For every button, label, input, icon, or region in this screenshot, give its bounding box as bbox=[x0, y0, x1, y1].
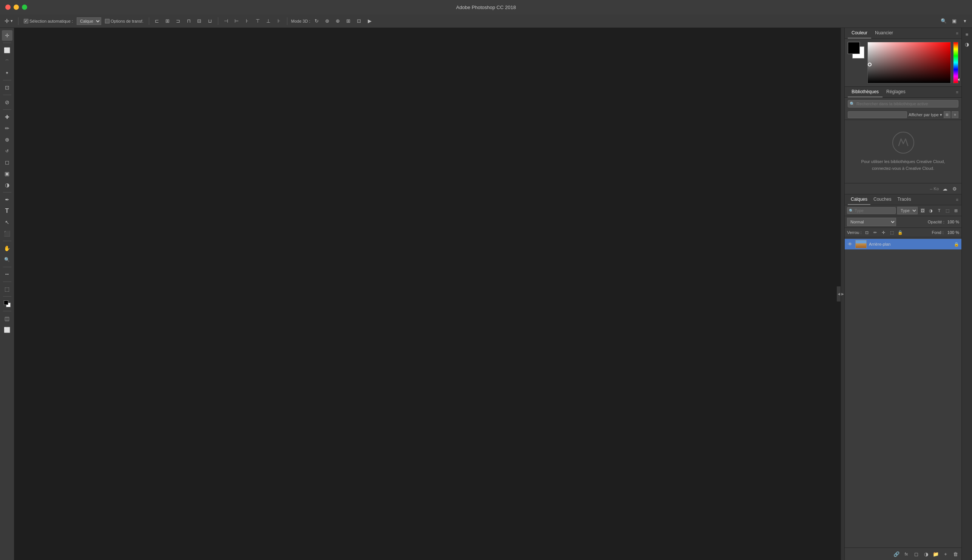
lock-brush-btn[interactable]: ✏ bbox=[872, 230, 878, 235]
layer-image-icon[interactable]: 🖼 bbox=[919, 207, 926, 214]
dist-bottom-btn[interactable]: ⊦ bbox=[275, 17, 283, 25]
close-button[interactable] bbox=[5, 5, 10, 10]
tab-couches[interactable]: Couches bbox=[870, 194, 894, 205]
layer-fx-btn[interactable]: fx bbox=[902, 550, 910, 558]
options-transf-checkbox[interactable] bbox=[105, 19, 110, 23]
tool-artboard[interactable]: ⬚ bbox=[2, 284, 12, 294]
tool-eraser[interactable]: ◻ bbox=[2, 157, 12, 168]
layer-select[interactable]: Calque bbox=[77, 17, 101, 25]
tool-gradient[interactable]: ▣ bbox=[2, 168, 12, 179]
tab-calques[interactable]: Calques bbox=[848, 194, 870, 205]
tab-couleur[interactable]: Couleur bbox=[848, 28, 871, 38]
layers-panel-menu-btn[interactable]: ≡ bbox=[956, 197, 959, 202]
grid-view-btn[interactable]: ⊞ bbox=[944, 111, 950, 118]
tool-rectangle[interactable]: ⬛ bbox=[2, 228, 12, 239]
layer-mask-btn[interactable]: ◻ bbox=[912, 550, 920, 558]
3d-pan-btn[interactable]: ⊕ bbox=[334, 17, 342, 25]
tool-brush[interactable]: ✏ bbox=[2, 123, 12, 133]
tool-crop[interactable]: ⊡ bbox=[2, 82, 12, 93]
tool-history-brush[interactable]: ↺ bbox=[2, 146, 12, 156]
workspace-arrow-btn[interactable]: ▾ bbox=[961, 17, 969, 25]
layer-group-btn[interactable]: 📁 bbox=[932, 550, 940, 558]
tool-more[interactable]: ••• bbox=[2, 269, 12, 280]
options-transf-item[interactable]: Options de transf. bbox=[104, 18, 145, 24]
layer-shape-icon[interactable]: ⬚ bbox=[944, 207, 951, 214]
align-center-v-btn[interactable]: ⊟ bbox=[195, 17, 204, 25]
align-left-btn[interactable]: ⊏ bbox=[153, 17, 161, 25]
library-search-input[interactable] bbox=[848, 100, 959, 108]
tab-bibliotheques[interactable]: Bibliothèques bbox=[848, 87, 882, 97]
3d-rotate-btn[interactable]: ↻ bbox=[313, 17, 321, 25]
layer-text-icon[interactable]: T bbox=[936, 207, 942, 214]
tool-quick-mask[interactable]: ◫ bbox=[2, 313, 12, 324]
afficher-par-type-btn[interactable]: Afficher par type ▾ bbox=[909, 112, 942, 117]
collapse-panel-btn[interactable]: ◀ bbox=[837, 287, 840, 302]
dist-right-btn[interactable]: ⊦ bbox=[243, 17, 252, 25]
maximize-button[interactable] bbox=[22, 5, 27, 10]
tool-hand[interactable]: ✋ bbox=[2, 243, 12, 253]
tool-marquee[interactable]: ⬜ bbox=[2, 45, 12, 55]
tab-nuancier[interactable]: Nuancier bbox=[871, 28, 897, 38]
auto-select-checkbox[interactable] bbox=[24, 19, 28, 23]
lock-all-btn[interactable]: 🔒 bbox=[897, 230, 903, 235]
dist-left-btn[interactable]: ⊣ bbox=[222, 17, 230, 25]
layer-adj-btn[interactable]: ◑ bbox=[922, 550, 930, 558]
dist-top-btn[interactable]: ⊤ bbox=[254, 17, 262, 25]
align-center-h-btn[interactable]: ⊞ bbox=[164, 17, 172, 25]
list-view-btn[interactable]: ≡ bbox=[952, 111, 959, 118]
library-cloud-btn[interactable]: ☁ bbox=[941, 185, 949, 192]
tab-traces[interactable]: Tracés bbox=[894, 194, 914, 205]
search-btn[interactable]: 🔍 bbox=[940, 17, 948, 25]
tool-path-selection[interactable]: ↖ bbox=[2, 217, 12, 228]
lock-artboard-btn[interactable]: ⬚ bbox=[889, 230, 895, 235]
layer-smart-icon[interactable]: ⊞ bbox=[952, 207, 959, 214]
tool-dodge[interactable]: ◑ bbox=[2, 180, 12, 190]
canvas-area[interactable]: ◀ bbox=[14, 28, 840, 560]
workspace-btn[interactable]: ▣ bbox=[950, 17, 959, 25]
auto-select-item[interactable]: Sélection automatique : bbox=[22, 18, 74, 24]
side-icon-layers[interactable]: ≡ bbox=[963, 30, 971, 38]
align-top-btn[interactable]: ⊓ bbox=[185, 17, 193, 25]
color-spectrum[interactable] bbox=[953, 42, 959, 83]
collapse-right-btn[interactable]: ▶ bbox=[840, 28, 844, 560]
3d-scale-btn[interactable]: ⊡ bbox=[355, 17, 363, 25]
side-icon-adjust[interactable]: ◑ bbox=[963, 40, 971, 48]
lock-move-btn[interactable]: ✛ bbox=[881, 230, 887, 235]
color-gradient[interactable] bbox=[867, 42, 951, 83]
tool-text[interactable]: T bbox=[2, 206, 12, 216]
layer-type-filter[interactable]: Type bbox=[897, 207, 918, 214]
layers-search-input[interactable] bbox=[855, 208, 877, 213]
tool-lasso[interactable]: ⌒ bbox=[2, 56, 12, 67]
minimize-button[interactable] bbox=[13, 5, 19, 10]
tool-pen[interactable]: ✒ bbox=[2, 194, 12, 205]
fg-bg-swatches[interactable] bbox=[848, 42, 864, 58]
tool-move[interactable]: ✛ bbox=[2, 30, 12, 41]
blend-mode-select[interactable]: Normal bbox=[847, 218, 896, 226]
dist-center-v-btn[interactable]: ⊥ bbox=[264, 17, 273, 25]
tool-zoom[interactable]: 🔍 bbox=[2, 254, 12, 265]
color-panel-menu-btn[interactable]: ≡ bbox=[956, 31, 959, 35]
tool-screen-mode[interactable]: ⬜ bbox=[2, 325, 12, 335]
tool-fg-bg[interactable] bbox=[2, 298, 12, 309]
foreground-swatch[interactable] bbox=[848, 42, 860, 54]
tool-clone[interactable]: ⊕ bbox=[2, 134, 12, 145]
dist-center-h-btn[interactable]: ⊢ bbox=[233, 17, 241, 25]
tool-healing[interactable]: ✚ bbox=[2, 112, 12, 122]
tool-eyedropper[interactable]: ⊘ bbox=[2, 97, 12, 108]
3d-slide-btn[interactable]: ⊞ bbox=[344, 17, 353, 25]
library-settings-btn[interactable]: ⚙ bbox=[951, 185, 959, 192]
library-filter-input[interactable] bbox=[848, 111, 907, 118]
layer-adj-icon[interactable]: ◑ bbox=[927, 207, 934, 214]
layer-item-arriere-plan[interactable]: 👁 Arrière-plan 🔒 bbox=[845, 239, 962, 250]
3d-video-btn[interactable]: ▶ bbox=[366, 17, 374, 25]
layer-delete-btn[interactable]: 🗑 bbox=[952, 550, 959, 558]
3d-tumble-btn[interactable]: ⊛ bbox=[323, 17, 332, 25]
tool-magic-wand[interactable]: ✦ bbox=[2, 68, 12, 78]
align-bottom-btn[interactable]: ⊔ bbox=[206, 17, 214, 25]
lock-transparent-btn[interactable]: ⊡ bbox=[864, 230, 870, 235]
layer-add-btn[interactable]: + bbox=[942, 550, 949, 558]
tab-reglages[interactable]: Réglages bbox=[882, 87, 909, 97]
align-right-btn[interactable]: ⊐ bbox=[174, 17, 182, 25]
layer-visibility-btn[interactable]: 👁 bbox=[847, 241, 853, 247]
libraries-panel-menu-btn[interactable]: ≡ bbox=[956, 90, 959, 94]
